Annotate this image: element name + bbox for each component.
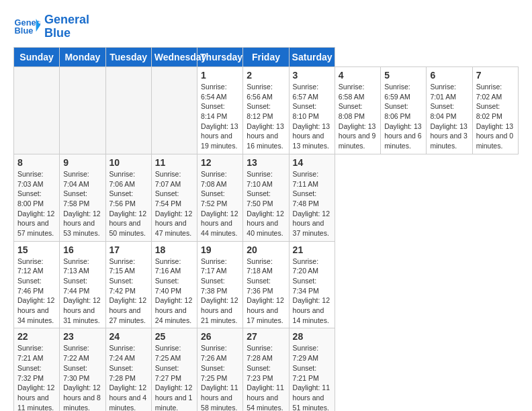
calendar-week-3: 15Sunrise: 7:12 AMSunset: 7:46 PMDayligh… — [14, 241, 519, 328]
calendar-cell — [14, 67, 60, 154]
day-info: Sunrise: 6:57 AMSunset: 8:10 PMDaylight:… — [293, 82, 331, 151]
day-number: 15 — [17, 244, 56, 255]
day-info: Sunrise: 6:58 AMSunset: 8:08 PMDaylight:… — [339, 82, 377, 151]
day-number: 22 — [17, 331, 56, 342]
calendar-cell: 8Sunrise: 7:03 AMSunset: 8:00 PMDaylight… — [14, 154, 60, 241]
day-info: Sunrise: 7:12 AMSunset: 7:46 PMDaylight:… — [17, 257, 56, 326]
day-info: Sunrise: 7:22 AMSunset: 7:30 PMDaylight:… — [63, 343, 101, 411]
logo-text2: Blue — [44, 27, 89, 40]
day-number: 4 — [339, 70, 377, 81]
calendar-cell: 18Sunrise: 7:16 AMSunset: 7:40 PMDayligh… — [151, 241, 197, 328]
calendar-cell: 24Sunrise: 7:24 AMSunset: 7:28 PMDayligh… — [105, 328, 151, 411]
day-info: Sunrise: 7:17 AMSunset: 7:38 PMDaylight:… — [201, 257, 239, 326]
calendar-cell: 25Sunrise: 7:25 AMSunset: 7:27 PMDayligh… — [151, 328, 197, 411]
day-info: Sunrise: 7:03 AMSunset: 8:00 PMDaylight:… — [17, 169, 56, 238]
calendar-cell: 21Sunrise: 7:20 AMSunset: 7:34 PMDayligh… — [289, 241, 335, 328]
calendar-cell: 4Sunrise: 6:58 AMSunset: 8:08 PMDaylight… — [335, 67, 380, 154]
calendar-cell: 2Sunrise: 6:56 AMSunset: 8:12 PMDaylight… — [243, 67, 289, 154]
day-number: 5 — [384, 70, 423, 81]
calendar-cell: 11Sunrise: 7:07 AMSunset: 7:54 PMDayligh… — [151, 154, 197, 241]
day-info: Sunrise: 7:15 AMSunset: 7:42 PMDaylight:… — [109, 257, 148, 326]
day-info: Sunrise: 7:29 AMSunset: 7:21 PMDaylight:… — [293, 343, 331, 411]
calendar-cell: 7Sunrise: 7:02 AMSunset: 8:02 PMDaylight… — [472, 67, 518, 154]
day-info: Sunrise: 7:01 AMSunset: 8:04 PMDaylight:… — [430, 82, 468, 151]
calendar-cell: 26Sunrise: 7:26 AMSunset: 7:25 PMDayligh… — [197, 328, 243, 411]
calendar-header-row: Sunday Monday Tuesday Wednesday Thursday… — [14, 48, 519, 67]
day-info: Sunrise: 7:13 AMSunset: 7:44 PMDaylight:… — [63, 257, 101, 326]
calendar-cell: 14Sunrise: 7:11 AMSunset: 7:48 PMDayligh… — [289, 154, 335, 241]
day-number: 28 — [293, 331, 331, 342]
col-monday: Monday — [60, 48, 105, 67]
day-number: 12 — [201, 157, 239, 168]
calendar-cell: 12Sunrise: 7:08 AMSunset: 7:52 PMDayligh… — [197, 154, 243, 241]
col-thursday: Thursday — [197, 48, 243, 67]
day-info: Sunrise: 7:20 AMSunset: 7:34 PMDaylight:… — [293, 257, 331, 326]
calendar-cell: 6Sunrise: 7:01 AMSunset: 8:04 PMDaylight… — [427, 67, 472, 154]
day-info: Sunrise: 7:07 AMSunset: 7:54 PMDaylight:… — [155, 169, 193, 238]
col-sunday: Sunday — [14, 48, 60, 67]
logo: General Blue General Blue — [13, 13, 89, 40]
day-number: 3 — [293, 70, 331, 81]
day-number: 11 — [155, 157, 193, 168]
day-number: 26 — [201, 331, 239, 342]
day-info: Sunrise: 7:25 AMSunset: 7:27 PMDaylight:… — [155, 343, 193, 411]
day-info: Sunrise: 6:56 AMSunset: 8:12 PMDaylight:… — [247, 82, 285, 151]
calendar-cell: 22Sunrise: 7:21 AMSunset: 7:32 PMDayligh… — [14, 328, 60, 411]
col-friday: Friday — [243, 48, 289, 67]
day-number: 24 — [109, 331, 148, 342]
calendar-cell: 19Sunrise: 7:17 AMSunset: 7:38 PMDayligh… — [197, 241, 243, 328]
day-number: 27 — [247, 331, 285, 342]
calendar-cell — [60, 67, 105, 154]
day-number: 13 — [247, 157, 285, 168]
logo-icon: General Blue — [13, 13, 40, 40]
col-tuesday: Tuesday — [105, 48, 151, 67]
calendar-cell: 28Sunrise: 7:29 AMSunset: 7:21 PMDayligh… — [289, 328, 335, 411]
col-wednesday: Wednesday — [151, 48, 197, 67]
day-number: 20 — [247, 244, 285, 255]
day-number: 9 — [63, 157, 101, 168]
calendar-table: Sunday Monday Tuesday Wednesday Thursday… — [13, 47, 519, 411]
day-info: Sunrise: 7:28 AMSunset: 7:23 PMDaylight:… — [247, 343, 285, 411]
calendar-week-2: 8Sunrise: 7:03 AMSunset: 8:00 PMDaylight… — [14, 154, 519, 241]
calendar-cell: 13Sunrise: 7:10 AMSunset: 7:50 PMDayligh… — [243, 154, 289, 241]
day-info: Sunrise: 7:11 AMSunset: 7:48 PMDaylight:… — [293, 169, 331, 238]
calendar-cell — [151, 67, 197, 154]
calendar-cell: 23Sunrise: 7:22 AMSunset: 7:30 PMDayligh… — [60, 328, 105, 411]
calendar-cell: 16Sunrise: 7:13 AMSunset: 7:44 PMDayligh… — [60, 241, 105, 328]
day-info: Sunrise: 7:02 AMSunset: 8:02 PMDaylight:… — [476, 82, 515, 151]
day-info: Sunrise: 7:08 AMSunset: 7:52 PMDaylight:… — [201, 169, 239, 238]
day-info: Sunrise: 7:26 AMSunset: 7:25 PMDaylight:… — [201, 343, 239, 411]
calendar-cell: 27Sunrise: 7:28 AMSunset: 7:23 PMDayligh… — [243, 328, 289, 411]
day-number: 23 — [63, 331, 101, 342]
day-number: 7 — [476, 70, 515, 81]
day-number: 1 — [201, 70, 239, 81]
calendar-cell: 20Sunrise: 7:18 AMSunset: 7:36 PMDayligh… — [243, 241, 289, 328]
day-number: 14 — [293, 157, 331, 168]
day-info: Sunrise: 7:10 AMSunset: 7:50 PMDaylight:… — [247, 169, 285, 238]
day-info: Sunrise: 7:06 AMSunset: 7:56 PMDaylight:… — [109, 169, 148, 238]
calendar-cell — [105, 67, 151, 154]
day-number: 2 — [247, 70, 285, 81]
day-number: 6 — [430, 70, 468, 81]
page-header: General Blue General Blue — [13, 13, 519, 40]
calendar-cell: 17Sunrise: 7:15 AMSunset: 7:42 PMDayligh… — [105, 241, 151, 328]
logo-text: General — [44, 13, 89, 27]
day-number: 21 — [293, 244, 331, 255]
day-number: 19 — [201, 244, 239, 255]
day-number: 10 — [109, 157, 148, 168]
day-info: Sunrise: 7:24 AMSunset: 7:28 PMDaylight:… — [109, 343, 148, 411]
day-number: 25 — [155, 331, 193, 342]
calendar-cell: 9Sunrise: 7:04 AMSunset: 7:58 PMDaylight… — [60, 154, 105, 241]
svg-text:Blue: Blue — [15, 26, 34, 36]
day-number: 17 — [109, 244, 148, 255]
calendar-cell: 3Sunrise: 6:57 AMSunset: 8:10 PMDaylight… — [289, 67, 335, 154]
day-info: Sunrise: 7:21 AMSunset: 7:32 PMDaylight:… — [17, 343, 56, 411]
calendar-week-1: 1Sunrise: 6:54 AMSunset: 8:14 PMDaylight… — [14, 67, 519, 154]
day-number: 8 — [17, 157, 56, 168]
day-number: 18 — [155, 244, 193, 255]
day-info: Sunrise: 6:59 AMSunset: 8:06 PMDaylight:… — [384, 82, 423, 151]
calendar-cell: 5Sunrise: 6:59 AMSunset: 8:06 PMDaylight… — [381, 67, 427, 154]
day-info: Sunrise: 7:16 AMSunset: 7:40 PMDaylight:… — [155, 257, 193, 326]
col-saturday: Saturday — [289, 48, 335, 67]
day-info: Sunrise: 7:04 AMSunset: 7:58 PMDaylight:… — [63, 169, 101, 238]
